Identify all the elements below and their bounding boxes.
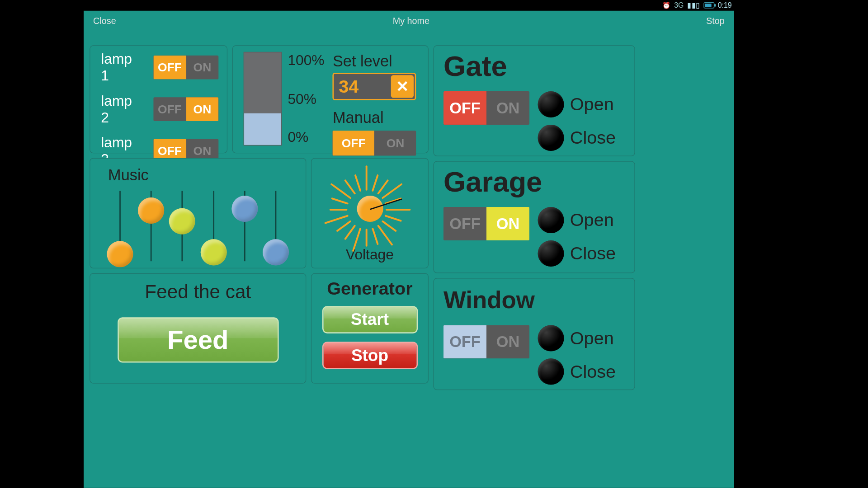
- gate-title: Gate: [443, 52, 625, 80]
- toggle-off: OFF: [443, 207, 486, 240]
- lamp-row: lamp 1 OFF ON: [90, 46, 227, 88]
- garage-close-indicator-icon: [538, 240, 564, 267]
- music-slider[interactable]: [106, 187, 134, 265]
- gate-open-label: Open: [570, 94, 614, 115]
- gauge-marks: 100% 50% 0%: [288, 52, 324, 145]
- panel-level: 100% 50% 0% Set level 34 ✕ Manual OFF: [232, 45, 429, 153]
- voltage-dial[interactable]: [322, 167, 417, 239]
- toggle-on: ON: [186, 56, 218, 80]
- slider-knob[interactable]: [107, 241, 133, 267]
- statusbar: ⏰ 3G ▮▮▯ 0:19: [84, 0, 734, 11]
- clear-level-button[interactable]: ✕: [391, 75, 414, 98]
- panel-lamps: lamp 1 OFF ON lamp 2 OFF ON lamp 3 OFF O…: [90, 45, 227, 153]
- start-button-label: Start: [351, 310, 389, 329]
- garage-toggle[interactable]: OFF ON: [443, 207, 529, 240]
- level-value: 34: [334, 76, 390, 97]
- feed-button[interactable]: Feed: [118, 317, 278, 362]
- gauge-mark: 100%: [288, 52, 324, 69]
- panel-feed: Feed the cat Feed: [90, 273, 306, 384]
- level-gauge[interactable]: [244, 52, 282, 145]
- panel-window: Window OFF ON Open Close: [434, 278, 635, 390]
- toggle-on: ON: [186, 97, 218, 121]
- music-slider[interactable]: [231, 187, 259, 265]
- lamp-label: lamp 2: [101, 93, 143, 126]
- toggle-on: ON: [374, 131, 416, 155]
- window-close-label: Close: [570, 361, 616, 382]
- toggle-off: OFF: [443, 325, 486, 358]
- toggle-off: OFF: [333, 131, 374, 155]
- lamp-row: lamp 2 OFF ON: [90, 88, 227, 129]
- feed-button-label: Feed: [167, 325, 229, 355]
- slider-knob[interactable]: [263, 239, 289, 266]
- gate-close-label: Close: [570, 127, 616, 148]
- generator-title: Generator: [319, 278, 421, 299]
- music-title: Music: [108, 166, 295, 184]
- alarm-icon: ⏰: [662, 1, 670, 9]
- garage-open-label: Open: [570, 210, 614, 230]
- gate-open-indicator-icon: [538, 91, 564, 117]
- toggle-on: ON: [486, 325, 529, 358]
- generator-start-button[interactable]: Start: [322, 306, 417, 333]
- window-toggle[interactable]: OFF ON: [443, 325, 529, 358]
- generator-stop-button[interactable]: Stop: [322, 342, 417, 369]
- stop-button[interactable]: Stop: [706, 15, 725, 25]
- statusbar-clock: 0:19: [718, 1, 732, 9]
- music-slider[interactable]: [262, 187, 289, 265]
- music-slider[interactable]: [200, 187, 227, 265]
- toggle-off: OFF: [154, 56, 186, 80]
- toggle-off: OFF: [443, 91, 486, 125]
- slider-knob[interactable]: [138, 197, 164, 224]
- slider-knob[interactable]: [231, 196, 258, 222]
- music-sliders: [101, 184, 295, 265]
- stop-button-label: Stop: [351, 346, 388, 365]
- music-slider[interactable]: [137, 187, 165, 265]
- set-level-label: Set level: [333, 52, 420, 70]
- window-open-label: Open: [570, 328, 614, 348]
- feed-title: Feed the cat: [101, 281, 295, 303]
- canvas: lamp 1 OFF ON lamp 2 OFF ON lamp 3 OFF O…: [84, 30, 734, 488]
- slider-knob[interactable]: [200, 239, 226, 266]
- gate-close-indicator-icon: [538, 125, 564, 151]
- toggle-on: ON: [486, 207, 529, 240]
- window-open-indicator-icon: [538, 325, 564, 351]
- garage-close-label: Close: [570, 244, 616, 264]
- manual-label: Manual: [333, 108, 420, 127]
- gauge-mark: 50%: [288, 90, 324, 107]
- lamp-label: lamp 1: [101, 51, 143, 84]
- panel-music: Music: [90, 158, 306, 268]
- toggle-on: ON: [486, 91, 529, 125]
- close-button[interactable]: Close: [93, 15, 116, 25]
- battery-icon: [703, 2, 714, 8]
- panel-garage: Garage OFF ON Open Close: [434, 161, 635, 273]
- music-slider[interactable]: [169, 187, 196, 265]
- window-close-indicator-icon: [538, 358, 564, 385]
- topbar: Close My home Stop: [84, 11, 734, 30]
- manual-toggle[interactable]: OFF ON: [333, 131, 416, 155]
- panel-gate: Gate OFF ON Open Close: [434, 45, 635, 156]
- level-input[interactable]: 34 ✕: [333, 73, 416, 100]
- window-title: Window: [443, 288, 625, 312]
- panel-generator: Generator Start Stop: [311, 273, 429, 384]
- panel-voltage: Voltage: [311, 158, 429, 268]
- garage-open-indicator-icon: [538, 207, 564, 233]
- slider-knob[interactable]: [169, 208, 195, 235]
- page-title: My home: [116, 15, 706, 25]
- gauge-mark: 0%: [288, 129, 324, 145]
- level-gauge-fill: [244, 113, 281, 145]
- network-indicator: 3G: [674, 1, 684, 9]
- garage-title: Garage: [443, 168, 625, 196]
- gate-toggle[interactable]: OFF ON: [443, 91, 529, 125]
- lamp1-toggle[interactable]: OFF ON: [154, 56, 219, 80]
- close-icon: ✕: [396, 77, 409, 96]
- toggle-off: OFF: [154, 97, 186, 121]
- signal-icon: ▮▮▯: [687, 1, 700, 9]
- lamp2-toggle[interactable]: OFF ON: [154, 97, 219, 121]
